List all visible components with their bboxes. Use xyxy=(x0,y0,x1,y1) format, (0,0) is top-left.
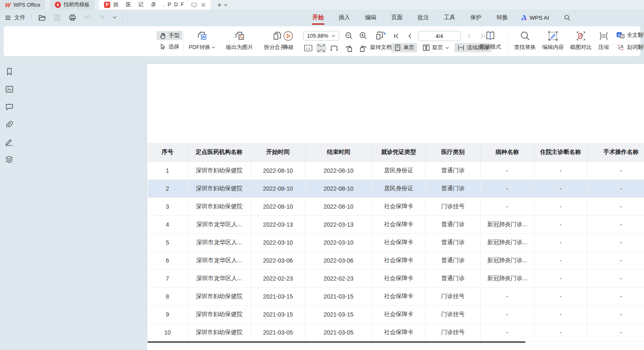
print-icon[interactable] xyxy=(68,13,77,22)
main-menu-icon[interactable] xyxy=(5,15,11,20)
table-horizontal-scrollbar xyxy=(147,341,525,343)
single-page-icon xyxy=(394,44,401,51)
open-file-icon[interactable] xyxy=(38,13,47,22)
table-cell: 2021-03-05 xyxy=(305,323,372,341)
table-cell: 深圳市妇幼保健院 xyxy=(188,287,251,305)
table-header-cell: 医疗类别 xyxy=(426,143,481,161)
table-header-cell: 结束时间 xyxy=(305,143,372,161)
menu-tools[interactable]: 工具 xyxy=(439,12,461,23)
table-cell: 2022-03-13 xyxy=(305,215,372,233)
menu-wps-ai[interactable]: WPS AI xyxy=(517,15,553,21)
select-tool-button[interactable]: 选择 xyxy=(157,42,183,51)
svg-text:A: A xyxy=(621,44,624,49)
table-cell: 社会保障卡 xyxy=(372,233,426,251)
table-cell: 社会保障卡 xyxy=(372,323,426,341)
table-cell: - xyxy=(534,287,587,305)
table-row: 4深圳市龙华区人...2022-03-132022-03-13社会保障卡普通门诊… xyxy=(148,215,644,233)
table-cell: 2021-03-15 xyxy=(305,287,372,305)
table-cell: - xyxy=(534,179,587,197)
hand-tool-button[interactable]: 手型 xyxy=(157,31,183,40)
table-cell: - xyxy=(587,305,644,323)
table-row: 9深圳市妇幼保健院2021-03-152021-03-15社会保障卡门诊挂号--… xyxy=(148,305,644,323)
table-header-cell: 开始时间 xyxy=(251,143,305,161)
full-text-translate-button[interactable]: A 文 全文翻译 xyxy=(616,31,644,40)
compress-icon xyxy=(598,31,609,41)
menu-convert[interactable]: 转换 xyxy=(491,12,513,23)
menu-items: 开始 插入 编辑 页面 批注 工具 保护 转换 WPS AI xyxy=(307,10,572,26)
menu-insert[interactable]: 插入 xyxy=(333,12,355,23)
full-text-translate-label: 全文翻译 xyxy=(627,31,644,39)
edit-content-button[interactable]: 编辑内容 xyxy=(542,31,564,52)
table-cell: 深圳市妇幼保健院 xyxy=(188,179,251,197)
word-translate-button[interactable]: x A 划词翻译 xyxy=(616,43,644,52)
single-page-button[interactable]: 单页 xyxy=(391,43,417,52)
export-image-label: 输出为图片 xyxy=(226,43,253,51)
menu-protect[interactable]: 保护 xyxy=(465,12,487,23)
undo-icon[interactable]: ↶ xyxy=(83,13,92,22)
close-tab-icon[interactable] xyxy=(201,3,205,7)
save-icon[interactable] xyxy=(53,13,62,22)
svg-text:1:1: 1:1 xyxy=(306,47,311,51)
hand-tool-label: 手型 xyxy=(169,32,180,39)
rotate-right-button[interactable] xyxy=(358,44,368,53)
wps-logo-icon: W xyxy=(5,2,10,8)
table-cell: - xyxy=(587,161,644,179)
previous-page-button[interactable] xyxy=(405,31,415,41)
svg-text:x: x xyxy=(618,46,620,50)
medical-records-table: 序号定点医药机构名称开始时间结束时间就诊凭证类型医疗类别病种名称住院主诊断名称手… xyxy=(147,143,644,342)
read-mode-button[interactable]: 阅读模式 xyxy=(477,31,503,51)
find-replace-button[interactable]: 查找替换 xyxy=(514,31,536,52)
layers-icon[interactable] xyxy=(3,154,15,165)
actual-size-button[interactable]: 1:1 xyxy=(303,43,313,53)
menu-home[interactable]: 开始 xyxy=(307,12,329,23)
pdf-page[interactable]: 序号定点医药机构名称开始时间结束时间就诊凭证类型医疗类别病种名称住院主诊断名称手… xyxy=(147,64,644,350)
table-cell: 2022-02-23 xyxy=(251,269,305,287)
tab-list-chevron-icon[interactable] xyxy=(224,4,228,6)
present-on-screen-icon[interactable] xyxy=(191,3,197,8)
first-page-button[interactable] xyxy=(391,31,401,41)
select-cursor-icon xyxy=(160,43,166,50)
menu-annotate[interactable]: 批注 xyxy=(412,12,434,23)
file-menu[interactable]: 文件 xyxy=(14,14,25,21)
redo-icon[interactable]: ↷ xyxy=(98,13,107,22)
divider xyxy=(31,14,32,21)
rotate-left-button[interactable] xyxy=(344,44,354,53)
compress-button[interactable]: 压缩 xyxy=(598,31,609,52)
tab-document[interactable]: P 就 医 记 录 .PDF xyxy=(99,0,210,10)
fit-width-button[interactable] xyxy=(329,43,339,53)
chevron-down-icon xyxy=(446,47,449,49)
menu-search-icon[interactable] xyxy=(563,13,572,22)
tab-wps-home-label: WPS Office xyxy=(13,2,40,8)
screenshot-compare-button[interactable]: 截图对比 xyxy=(570,31,592,52)
export-image-icon xyxy=(234,31,245,41)
wps-ai-icon xyxy=(521,15,527,20)
fit-page-button[interactable] xyxy=(316,43,326,53)
rotate-document-button[interactable]: 旋转文档 xyxy=(370,31,392,51)
table-cell: 深圳市龙华区人... xyxy=(188,215,251,233)
table-cell: 10 xyxy=(148,323,188,341)
menu-edit[interactable]: 编辑 xyxy=(360,12,382,23)
bookmarks-icon[interactable] xyxy=(3,66,15,77)
tab-wps-home[interactable]: W WPS Office xyxy=(0,0,46,10)
new-tab-icon[interactable]: + xyxy=(217,1,221,9)
thumbnails-icon[interactable] xyxy=(3,84,15,95)
pdf-convert-button[interactable]: PDF转换 xyxy=(189,31,215,51)
double-page-button[interactable]: 双页 xyxy=(420,43,452,52)
find-replace-icon xyxy=(520,31,530,41)
attachments-icon[interactable] xyxy=(3,119,15,130)
zoom-out-button[interactable] xyxy=(344,31,354,40)
play-button[interactable]: 播放 xyxy=(283,31,294,51)
zoom-in-button[interactable] xyxy=(358,31,368,40)
zoom-level-dropdown[interactable]: 105.88% xyxy=(303,31,339,41)
tab-docer-templates[interactable]: 找稻壳模板 xyxy=(50,0,95,10)
table-cell: - xyxy=(534,305,587,323)
export-image-button[interactable]: 输出为图片 xyxy=(226,31,253,51)
comments-icon[interactable] xyxy=(3,101,15,112)
menu-page[interactable]: 页面 xyxy=(386,12,408,23)
table-cell: - xyxy=(534,161,587,179)
table-cell: - xyxy=(481,323,534,341)
more-actions-chevron-icon[interactable] xyxy=(113,16,117,19)
next-page-button[interactable] xyxy=(464,31,474,41)
signature-icon[interactable] xyxy=(3,136,15,147)
page-number-input[interactable]: 4/4 xyxy=(418,31,461,41)
